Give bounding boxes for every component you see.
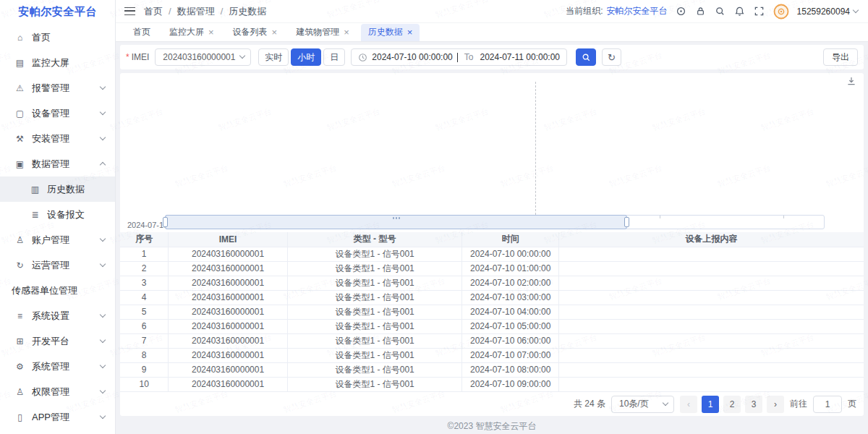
table-cell: 202403160000001: [169, 348, 287, 362]
range-end-input[interactable]: 2024-07-11 00:00:00: [480, 52, 560, 62]
page-buttons: ‹123›: [680, 396, 784, 413]
sidebar-item-system[interactable]: ⚙系统管理: [0, 354, 115, 379]
pagination: 共 24 条 10条/页 ‹123› 前往 页: [120, 392, 864, 417]
range-start-input[interactable]: 2024-07-10 00:00:00: [372, 52, 452, 62]
axis-pointer-line: [535, 82, 536, 215]
close-tab-icon[interactable]: ×: [407, 27, 413, 37]
sidebar-item-label: 系统管理: [32, 360, 101, 373]
table-row: 7202403160000001设备类型1 - 信号0012024-07-10 …: [120, 333, 864, 348]
system-icon: ⚙: [14, 362, 25, 372]
collapse-menu-icon[interactable]: [124, 7, 135, 15]
table-cell: 7: [120, 333, 169, 348]
page-button-2[interactable]: 2: [723, 396, 741, 413]
sidebar-item-label: 设备管理: [32, 107, 101, 120]
breadcrumb-data-management[interactable]: 数据管理: [177, 5, 215, 18]
app-root: 智慧安全云平台智慧安全云平台智慧安全云平台智慧安全云平台智慧安全云平台智慧安全云…: [0, 0, 868, 434]
chevron-down-icon: [100, 337, 106, 343]
axis-tick: [783, 216, 784, 218]
topbar: 首页 / 数据管理 / 历史数据 当前组织: 安帕尔安全平台: [116, 0, 868, 23]
sidebar-item-app[interactable]: ▯APP管理: [0, 404, 115, 430]
sidebar-item-install[interactable]: ⚒安装管理: [0, 126, 115, 151]
datazoom-right-handle[interactable]: [624, 217, 629, 227]
message-icon: ≣: [30, 210, 41, 220]
sidebar-item-permission[interactable]: ♙权限管理: [0, 379, 115, 404]
avatar[interactable]: [773, 4, 789, 20]
close-tab-icon[interactable]: ×: [272, 27, 278, 37]
table-row: 9202403160000001设备类型1 - 信号0012024-07-10 …: [120, 362, 864, 377]
table-cell: [558, 319, 864, 333]
sidebar-item-dev-platform[interactable]: ⊞开发平台: [0, 328, 115, 354]
chevron-down-icon: [100, 109, 106, 115]
date-range-picker[interactable]: 2024-07-10 00:00:00 To 2024-07-11 00:00:…: [351, 48, 567, 66]
sidebar-item-label: 首页: [32, 31, 105, 44]
tab-building[interactable]: 建筑物管理×: [289, 24, 357, 41]
export-button[interactable]: 导出: [823, 48, 858, 66]
chevron-down-icon: [853, 7, 859, 13]
mode-button-1[interactable]: 小时: [291, 48, 321, 66]
page-button-3[interactable]: 3: [745, 396, 762, 413]
search-button[interactable]: [576, 48, 596, 66]
sidebar-item-monitor[interactable]: ▤监控大屏: [0, 50, 115, 75]
table-cell: 202403160000001: [169, 377, 287, 391]
imei-select-value: 202403160000001: [163, 52, 235, 62]
table-cell: 202403160000001: [169, 333, 287, 348]
sidebar-item-settings[interactable]: ≡系统设置: [0, 303, 115, 328]
user-dropdown[interactable]: 15259260094: [797, 7, 858, 17]
prev-page-button[interactable]: ‹: [680, 396, 697, 413]
sidebar-item-device-message[interactable]: ≣设备报文: [0, 202, 115, 227]
refresh-button[interactable]: ↻: [602, 48, 621, 66]
permission-icon: ♙: [14, 387, 25, 397]
goto-page-input[interactable]: [813, 396, 842, 413]
sidebar-item-label: 传感器单位管理: [12, 284, 105, 297]
current-org-link[interactable]: 安帕尔安全平台: [607, 5, 668, 17]
datazoom-selection[interactable]: [165, 215, 627, 229]
close-tab-icon[interactable]: ×: [208, 27, 214, 37]
sidebar-item-sensor-unit: 传感器单位管理: [0, 278, 115, 303]
sidebar-item-operation[interactable]: ↻运营管理: [0, 252, 115, 278]
chevron-down-icon: [100, 388, 106, 393]
dev-icon: ⊞: [14, 336, 25, 346]
table-cell: [558, 377, 864, 391]
breadcrumb-separator: /: [169, 6, 171, 17]
lock-icon[interactable]: [695, 6, 707, 17]
save-image-icon[interactable]: [846, 76, 856, 86]
table-cell: 设备类型1 - 信号001: [287, 319, 462, 333]
install-icon: ⚒: [14, 134, 25, 144]
table-cell: 设备类型1 - 信号001: [287, 261, 462, 276]
granularity-toggle: 实时小时日: [258, 48, 345, 66]
sidebar-item-history-data[interactable]: ▥历史数据: [0, 176, 115, 202]
sidebar-item-label: 账户管理: [32, 234, 101, 247]
history-table: 序号IMEI类型 - 型号时间设备上报内容 1202403160000001设备…: [120, 232, 864, 392]
axis-tick: [660, 216, 660, 218]
sidebar-item-data[interactable]: ▣数据管理: [0, 151, 115, 176]
column-header-0: 序号: [120, 232, 169, 247]
table-cell: [558, 247, 864, 261]
history-chart: 2024-07-10 00:00:002024-07-10 03:00:0020…: [120, 73, 864, 232]
chevron-down-icon: [100, 261, 106, 267]
next-page-button[interactable]: ›: [767, 396, 784, 413]
sidebar-item-device[interactable]: ▢设备管理: [0, 101, 115, 126]
imei-select[interactable]: 202403160000001: [155, 48, 251, 66]
sidebar-item-alarm[interactable]: ⚠报警管理: [0, 75, 115, 101]
mode-button-0[interactable]: 实时: [258, 48, 289, 66]
tab-history-data[interactable]: 历史数据×: [361, 24, 420, 41]
close-tab-icon[interactable]: ×: [344, 27, 349, 37]
breadcrumb: 首页 / 数据管理 / 历史数据: [144, 5, 266, 18]
sidebar-item-home[interactable]: ⌂首页: [0, 25, 115, 50]
bell-icon[interactable]: [734, 6, 746, 17]
fullscreen-icon[interactable]: [754, 6, 765, 17]
sidebar-item-account[interactable]: ♙账户管理: [0, 227, 115, 252]
mode-button-2[interactable]: 日: [323, 48, 345, 66]
target-icon[interactable]: [676, 6, 687, 17]
search-icon[interactable]: [715, 6, 726, 17]
tab-home[interactable]: 首页: [126, 24, 158, 41]
tab-device-list[interactable]: 设备列表×: [226, 24, 285, 41]
table-cell: 2024-07-10 00:00:00: [462, 247, 559, 261]
page-button-1[interactable]: 1: [702, 396, 719, 413]
table-cell: 202403160000001: [169, 305, 287, 319]
refresh-icon: ↻: [608, 52, 616, 63]
tab-monitor[interactable]: 监控大屏×: [162, 24, 221, 41]
datazoom-left-handle[interactable]: [163, 217, 168, 227]
page-size-select[interactable]: 10条/页: [611, 396, 674, 413]
breadcrumb-home[interactable]: 首页: [144, 5, 163, 18]
